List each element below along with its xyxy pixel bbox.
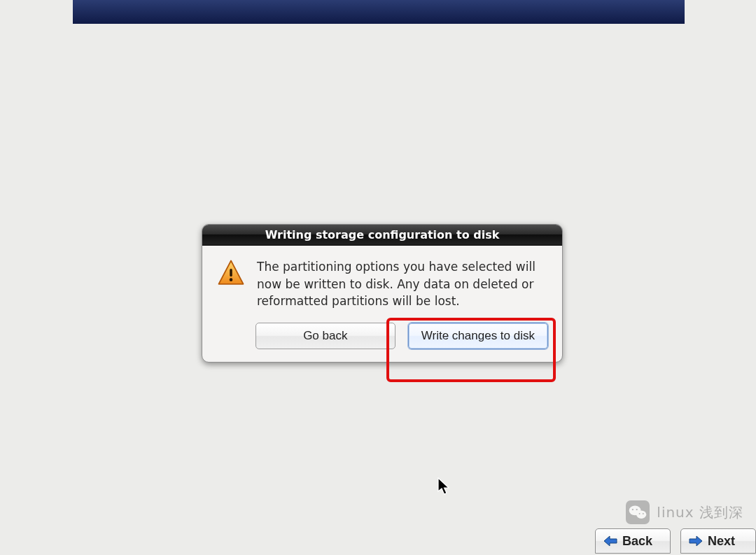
- dialog-title: Writing storage configuration to disk: [202, 225, 562, 246]
- svg-point-3: [636, 510, 646, 519]
- wechat-icon: [626, 500, 650, 524]
- nav-bar: Back Next: [595, 528, 756, 555]
- dialog-body: The partitioning options you have select…: [202, 246, 562, 313]
- mouse-cursor-icon: [438, 477, 450, 496]
- write-config-dialog: Writing storage configuration to disk Th…: [202, 224, 563, 363]
- back-button-label: Back: [622, 534, 652, 549]
- back-button[interactable]: Back: [595, 528, 671, 554]
- svg-rect-0: [230, 269, 232, 276]
- arrow-left-icon: [603, 535, 618, 547]
- write-changes-button[interactable]: Write changes to disk: [408, 323, 548, 349]
- svg-point-1: [230, 278, 233, 281]
- installer-screen: Writing storage configuration to disk Th…: [0, 0, 756, 555]
- header-strip: [73, 0, 685, 24]
- dialog-buttons: Go back Write changes to disk: [202, 313, 562, 362]
- go-back-button[interactable]: Go back: [255, 323, 396, 349]
- svg-point-6: [639, 513, 640, 514]
- warning-icon: [216, 258, 246, 288]
- svg-point-5: [636, 509, 638, 510]
- arrow-right-icon: [688, 535, 704, 547]
- watermark-text: linux 浅到深: [657, 503, 743, 522]
- next-button[interactable]: Next: [680, 528, 756, 554]
- svg-point-4: [632, 509, 634, 510]
- watermark: linux 浅到深: [626, 500, 743, 524]
- svg-point-7: [643, 513, 644, 514]
- dialog-message: The partitioning options you have select…: [257, 258, 548, 310]
- next-button-label: Next: [708, 534, 735, 549]
